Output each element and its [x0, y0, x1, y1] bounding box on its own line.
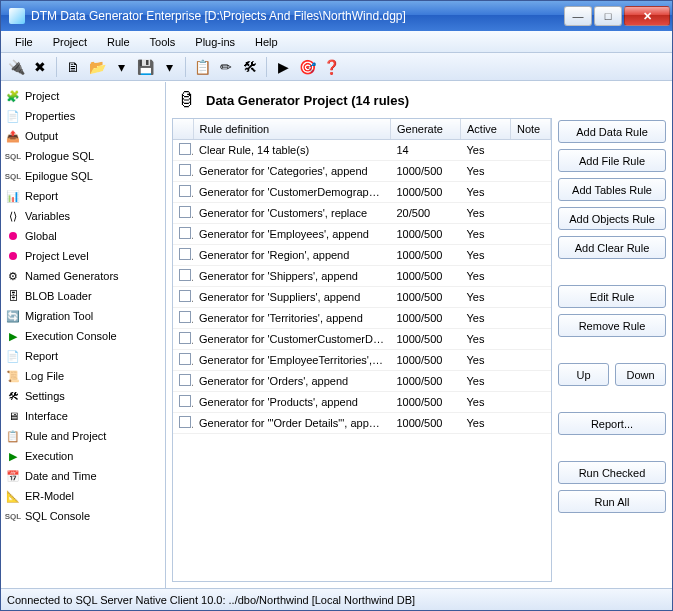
sidebar-item-named-generators[interactable]: ⚙Named Generators: [3, 266, 163, 286]
sidebar-item-output[interactable]: 📤Output: [3, 126, 163, 146]
cell-def: Generator for 'Orders', append: [193, 371, 391, 392]
sidebar-item-global[interactable]: Global: [3, 226, 163, 246]
sidebar-item-rule-and-project[interactable]: 📋Rule and Project: [3, 426, 163, 446]
add-tables-rule-button[interactable]: Add Tables Rule: [558, 178, 666, 201]
row-checkbox[interactable]: [179, 416, 191, 428]
sidebar-item-properties[interactable]: 📄Properties: [3, 106, 163, 126]
menu-plugins[interactable]: Plug-ins: [185, 34, 245, 50]
sidebar-item-label: Epilogue SQL: [25, 170, 93, 182]
table-row[interactable]: Generator for 'CustomerDemographics', ap…: [173, 182, 551, 203]
table-row[interactable]: Generator for 'Products', append1000/500…: [173, 392, 551, 413]
sidebar-item-project[interactable]: 🧩Project: [3, 86, 163, 106]
dropdown2-icon[interactable]: ▾: [158, 56, 180, 78]
remove-rule-button[interactable]: Remove Rule: [558, 314, 666, 337]
menu-tools[interactable]: Tools: [140, 34, 186, 50]
save-icon[interactable]: 💾: [134, 56, 156, 78]
statusbar: Connected to SQL Server Native Client 10…: [1, 588, 672, 610]
add-data-rule-button[interactable]: Add Data Rule: [558, 120, 666, 143]
sidebar-item-interface[interactable]: 🖥Interface: [3, 406, 163, 426]
down-button[interactable]: Down: [615, 363, 666, 386]
help-icon[interactable]: ❓: [320, 56, 342, 78]
row-checkbox[interactable]: [179, 248, 191, 260]
table-row[interactable]: Generator for 'Employees', append1000/50…: [173, 224, 551, 245]
sidebar-item-project-level[interactable]: Project Level: [3, 246, 163, 266]
cell-def: Generator for 'CustomerDemographics', ap…: [193, 182, 391, 203]
table-row[interactable]: Generator for 'Orders', append1000/500Ye…: [173, 371, 551, 392]
edit-rule-button[interactable]: Edit Rule: [558, 285, 666, 308]
sidebar-item-log-file[interactable]: 📜Log File: [3, 366, 163, 386]
minimize-button[interactable]: —: [564, 6, 592, 26]
report-button[interactable]: Report...: [558, 412, 666, 435]
sidebar-item-execution[interactable]: ▶Execution: [3, 446, 163, 466]
sidebar-item-migration-tool[interactable]: 🔄Migration Tool: [3, 306, 163, 326]
cell-active: Yes: [461, 140, 511, 161]
row-checkbox[interactable]: [179, 311, 191, 323]
sidebar-item-date-and-time[interactable]: 📅Date and Time: [3, 466, 163, 486]
row-checkbox[interactable]: [179, 269, 191, 281]
run-icon[interactable]: ▶: [272, 56, 294, 78]
up-button[interactable]: Up: [558, 363, 609, 386]
row-checkbox[interactable]: [179, 227, 191, 239]
row-checkbox[interactable]: [179, 332, 191, 344]
connect-icon[interactable]: 🔌: [5, 56, 27, 78]
col-rule-definition[interactable]: Rule definition: [193, 119, 391, 140]
menu-project[interactable]: Project: [43, 34, 97, 50]
sidebar-item-er-model[interactable]: 📐ER-Model: [3, 486, 163, 506]
sidebar-item-epilogue-sql[interactable]: SQLEpilogue SQL: [3, 166, 163, 186]
table-row[interactable]: Generator for 'Customers', replace20/500…: [173, 203, 551, 224]
settings-icon[interactable]: 🛠: [239, 56, 261, 78]
sidebar-item-blob-loader[interactable]: 🗄BLOB Loader: [3, 286, 163, 306]
edit-icon[interactable]: ✏: [215, 56, 237, 78]
menu-file[interactable]: File: [5, 34, 43, 50]
row-checkbox[interactable]: [179, 164, 191, 176]
sidebar-item-sql-console[interactable]: SQLSQL Console: [3, 506, 163, 526]
col-note[interactable]: Note: [511, 119, 551, 140]
table-row[interactable]: Generator for 'Region', append1000/500Ye…: [173, 245, 551, 266]
row-checkbox[interactable]: [179, 395, 191, 407]
sidebar-item-report[interactable]: 📄Report: [3, 346, 163, 366]
sidebar-item-execution-console[interactable]: ▶Execution Console: [3, 326, 163, 346]
table-row[interactable]: Generator for 'Suppliers', append1000/50…: [173, 287, 551, 308]
sidebar-item-report[interactable]: 📊Report: [3, 186, 163, 206]
row-checkbox[interactable]: [179, 185, 191, 197]
table-row[interactable]: Generator for 'Territories', append1000/…: [173, 308, 551, 329]
sidebar-item-settings[interactable]: 🛠Settings: [3, 386, 163, 406]
row-checkbox[interactable]: [179, 206, 191, 218]
rules-grid[interactable]: Rule definitionGenerateActiveNote Clear …: [172, 118, 552, 582]
rule-icon[interactable]: 📋: [191, 56, 213, 78]
run-all-button[interactable]: Run All: [558, 490, 666, 513]
titlebar[interactable]: DTM Data Generator Enterprise [D:\Projec…: [1, 1, 672, 31]
table-row[interactable]: Generator for 'EmployeeTerritories', app…: [173, 350, 551, 371]
add-file-rule-button[interactable]: Add File Rule: [558, 149, 666, 172]
add-objects-rule-button[interactable]: Add Objects Rule: [558, 207, 666, 230]
table-row[interactable]: Generator for 'Shippers', append1000/500…: [173, 266, 551, 287]
target-icon[interactable]: 🎯: [296, 56, 318, 78]
row-checkbox[interactable]: [179, 290, 191, 302]
cell-note: [511, 266, 551, 287]
col-generate[interactable]: Generate: [391, 119, 461, 140]
table-row[interactable]: Generator for 'CustomerCustomerDemo', ap…: [173, 329, 551, 350]
new-icon[interactable]: 🗎: [62, 56, 84, 78]
sidebar-item-label: Report: [25, 350, 58, 362]
dropdown-icon[interactable]: ▾: [110, 56, 132, 78]
cell-def: Generator for 'Territories', append: [193, 308, 391, 329]
col-check[interactable]: [173, 119, 193, 140]
sidebar-item-prologue-sql[interactable]: SQLPrologue SQL: [3, 146, 163, 166]
sidebar-item-variables[interactable]: ⟨⟩Variables: [3, 206, 163, 226]
table-row[interactable]: Generator for 'Categories', append1000/5…: [173, 161, 551, 182]
row-checkbox[interactable]: [179, 143, 191, 155]
run-checked-button[interactable]: Run Checked: [558, 461, 666, 484]
disconnect-icon[interactable]: ✖: [29, 56, 51, 78]
menu-help[interactable]: Help: [245, 34, 288, 50]
maximize-button[interactable]: □: [594, 6, 622, 26]
table-row[interactable]: Generator for '"Order Details"', append1…: [173, 413, 551, 434]
col-active[interactable]: Active: [461, 119, 511, 140]
row-checkbox[interactable]: [179, 353, 191, 365]
close-button[interactable]: ✕: [624, 6, 670, 26]
menu-rule[interactable]: Rule: [97, 34, 140, 50]
sidebar-item-label: Properties: [25, 110, 75, 122]
add-clear-rule-button[interactable]: Add Clear Rule: [558, 236, 666, 259]
open-icon[interactable]: 📂: [86, 56, 108, 78]
table-row[interactable]: Clear Rule, 14 table(s)14Yes: [173, 140, 551, 161]
row-checkbox[interactable]: [179, 374, 191, 386]
